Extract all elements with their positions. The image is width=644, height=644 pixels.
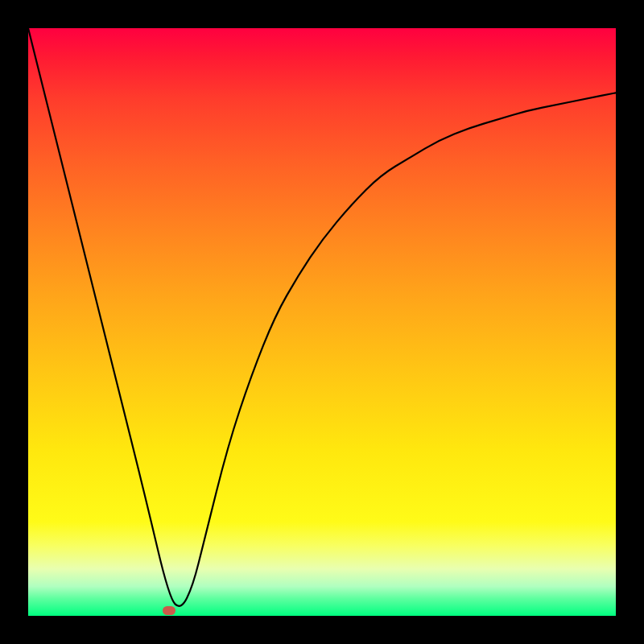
minimum-marker xyxy=(163,606,175,615)
chart-container: TheBottlenecker.com xyxy=(0,0,644,644)
bottleneck-curve-svg xyxy=(28,28,616,616)
plot-area xyxy=(28,28,616,616)
bottleneck-curve-path xyxy=(28,28,616,606)
